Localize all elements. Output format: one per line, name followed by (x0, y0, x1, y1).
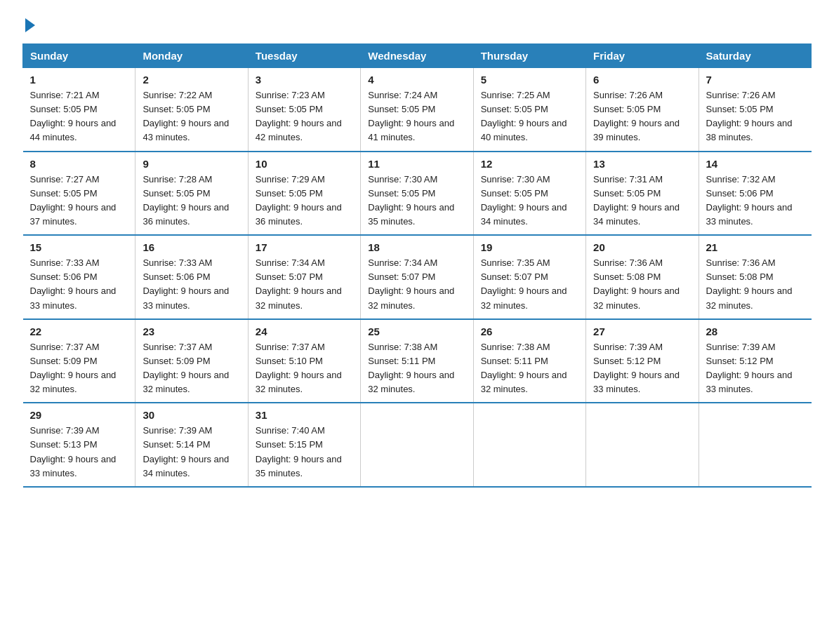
weekday-header-thursday: Thursday (473, 44, 585, 68)
calendar-cell (473, 403, 585, 487)
day-info: Sunrise: 7:36 AMSunset: 5:08 PMDaylight:… (593, 256, 691, 313)
day-info: Sunrise: 7:39 AMSunset: 5:12 PMDaylight:… (706, 340, 805, 397)
day-number: 28 (706, 326, 805, 337)
day-number: 27 (593, 326, 691, 337)
day-info: Sunrise: 7:27 AMSunset: 5:05 PMDaylight:… (30, 173, 128, 229)
calendar-week-row: 29Sunrise: 7:39 AMSunset: 5:13 PMDayligh… (23, 403, 812, 487)
weekday-header-saturday: Saturday (699, 44, 811, 68)
day-number: 15 (30, 241, 128, 253)
calendar-cell: 12Sunrise: 7:30 AMSunset: 5:05 PMDayligh… (473, 152, 585, 236)
calendar-cell: 21Sunrise: 7:36 AMSunset: 5:08 PMDayligh… (699, 235, 811, 319)
day-info: Sunrise: 7:39 AMSunset: 5:14 PMDaylight:… (143, 424, 240, 481)
day-number: 18 (368, 241, 465, 253)
calendar-cell: 10Sunrise: 7:29 AMSunset: 5:05 PMDayligh… (248, 152, 360, 236)
day-number: 5 (481, 74, 578, 86)
day-number: 6 (593, 74, 691, 86)
logo-arrow-icon (25, 18, 35, 32)
day-number: 10 (256, 158, 353, 170)
day-info: Sunrise: 7:38 AMSunset: 5:11 PMDaylight:… (368, 340, 465, 397)
day-number: 1 (30, 74, 128, 86)
day-number: 12 (481, 158, 578, 170)
calendar-cell: 17Sunrise: 7:34 AMSunset: 5:07 PMDayligh… (248, 235, 360, 319)
day-info: Sunrise: 7:29 AMSunset: 5:05 PMDaylight:… (256, 173, 353, 229)
calendar-cell: 22Sunrise: 7:37 AMSunset: 5:09 PMDayligh… (23, 319, 135, 403)
calendar-cell: 9Sunrise: 7:28 AMSunset: 5:05 PMDaylight… (135, 152, 248, 236)
day-info: Sunrise: 7:26 AMSunset: 5:05 PMDaylight:… (593, 88, 691, 145)
day-number: 26 (481, 326, 578, 337)
day-info: Sunrise: 7:25 AMSunset: 5:05 PMDaylight:… (481, 88, 578, 145)
day-info: Sunrise: 7:35 AMSunset: 5:07 PMDaylight:… (481, 256, 578, 313)
day-info: Sunrise: 7:33 AMSunset: 5:06 PMDaylight:… (143, 256, 240, 313)
calendar-cell: 2Sunrise: 7:22 AMSunset: 5:05 PMDaylight… (135, 68, 248, 152)
calendar-cell (586, 403, 699, 487)
day-info: Sunrise: 7:36 AMSunset: 5:08 PMDaylight:… (706, 256, 805, 313)
calendar-cell: 26Sunrise: 7:38 AMSunset: 5:11 PMDayligh… (473, 319, 585, 403)
day-info: Sunrise: 7:32 AMSunset: 5:06 PMDaylight:… (706, 173, 805, 229)
day-info: Sunrise: 7:21 AMSunset: 5:05 PMDaylight:… (30, 88, 128, 145)
day-number: 11 (368, 158, 465, 170)
day-number: 7 (706, 74, 805, 86)
calendar-cell: 4Sunrise: 7:24 AMSunset: 5:05 PMDaylight… (361, 68, 473, 152)
day-info: Sunrise: 7:37 AMSunset: 5:09 PMDaylight:… (30, 340, 128, 397)
calendar-cell: 7Sunrise: 7:26 AMSunset: 5:05 PMDaylight… (699, 68, 811, 152)
day-info: Sunrise: 7:24 AMSunset: 5:05 PMDaylight:… (368, 88, 465, 145)
day-info: Sunrise: 7:40 AMSunset: 5:15 PMDaylight:… (256, 424, 353, 481)
day-info: Sunrise: 7:37 AMSunset: 5:10 PMDaylight:… (256, 340, 353, 397)
day-info: Sunrise: 7:23 AMSunset: 5:05 PMDaylight:… (256, 88, 353, 145)
weekday-header-sunday: Sunday (23, 44, 135, 68)
day-number: 20 (593, 241, 691, 253)
weekday-header-friday: Friday (586, 44, 699, 68)
logo (22, 17, 35, 29)
calendar-cell (699, 403, 811, 487)
calendar-cell: 28Sunrise: 7:39 AMSunset: 5:12 PMDayligh… (699, 319, 811, 403)
day-number: 3 (256, 74, 353, 86)
day-info: Sunrise: 7:34 AMSunset: 5:07 PMDaylight:… (256, 256, 353, 313)
day-number: 13 (593, 158, 691, 170)
day-info: Sunrise: 7:34 AMSunset: 5:07 PMDaylight:… (368, 256, 465, 313)
day-number: 14 (706, 158, 805, 170)
day-number: 29 (30, 409, 128, 421)
day-info: Sunrise: 7:39 AMSunset: 5:12 PMDaylight:… (593, 340, 691, 397)
day-number: 23 (143, 326, 240, 337)
day-number: 8 (30, 158, 128, 170)
page-header (22, 17, 812, 29)
day-info: Sunrise: 7:28 AMSunset: 5:05 PMDaylight:… (143, 173, 240, 229)
weekday-header-tuesday: Tuesday (248, 44, 360, 68)
calendar-cell: 30Sunrise: 7:39 AMSunset: 5:14 PMDayligh… (135, 403, 248, 487)
calendar-cell (361, 403, 473, 487)
calendar-cell: 15Sunrise: 7:33 AMSunset: 5:06 PMDayligh… (23, 235, 135, 319)
day-info: Sunrise: 7:22 AMSunset: 5:05 PMDaylight:… (143, 88, 240, 145)
day-number: 2 (143, 74, 240, 86)
calendar-cell: 23Sunrise: 7:37 AMSunset: 5:09 PMDayligh… (135, 319, 248, 403)
day-info: Sunrise: 7:30 AMSunset: 5:05 PMDaylight:… (368, 173, 465, 229)
day-number: 19 (481, 241, 578, 253)
calendar-cell: 29Sunrise: 7:39 AMSunset: 5:13 PMDayligh… (23, 403, 135, 487)
day-info: Sunrise: 7:31 AMSunset: 5:05 PMDaylight:… (593, 173, 691, 229)
calendar-cell: 31Sunrise: 7:40 AMSunset: 5:15 PMDayligh… (248, 403, 360, 487)
calendar-week-row: 1Sunrise: 7:21 AMSunset: 5:05 PMDaylight… (23, 68, 812, 152)
calendar-week-row: 22Sunrise: 7:37 AMSunset: 5:09 PMDayligh… (23, 319, 812, 403)
day-info: Sunrise: 7:33 AMSunset: 5:06 PMDaylight:… (30, 256, 128, 313)
calendar-cell: 24Sunrise: 7:37 AMSunset: 5:10 PMDayligh… (248, 319, 360, 403)
calendar-cell: 11Sunrise: 7:30 AMSunset: 5:05 PMDayligh… (361, 152, 473, 236)
day-info: Sunrise: 7:39 AMSunset: 5:13 PMDaylight:… (30, 424, 128, 481)
calendar-cell: 3Sunrise: 7:23 AMSunset: 5:05 PMDaylight… (248, 68, 360, 152)
day-number: 24 (256, 326, 353, 337)
day-number: 9 (143, 158, 240, 170)
day-number: 4 (368, 74, 465, 86)
calendar-week-row: 8Sunrise: 7:27 AMSunset: 5:05 PMDaylight… (23, 152, 812, 236)
day-number: 31 (256, 409, 353, 421)
day-number: 21 (706, 241, 805, 253)
calendar-cell: 1Sunrise: 7:21 AMSunset: 5:05 PMDaylight… (23, 68, 135, 152)
day-number: 22 (30, 326, 128, 337)
weekday-header-row: SundayMondayTuesdayWednesdayThursdayFrid… (23, 44, 812, 68)
day-info: Sunrise: 7:30 AMSunset: 5:05 PMDaylight:… (481, 173, 578, 229)
calendar-cell: 6Sunrise: 7:26 AMSunset: 5:05 PMDaylight… (586, 68, 699, 152)
calendar-cell: 27Sunrise: 7:39 AMSunset: 5:12 PMDayligh… (586, 319, 699, 403)
calendar-cell: 18Sunrise: 7:34 AMSunset: 5:07 PMDayligh… (361, 235, 473, 319)
weekday-header-wednesday: Wednesday (361, 44, 473, 68)
day-number: 25 (368, 326, 465, 337)
day-info: Sunrise: 7:38 AMSunset: 5:11 PMDaylight:… (481, 340, 578, 397)
calendar-cell: 13Sunrise: 7:31 AMSunset: 5:05 PMDayligh… (586, 152, 699, 236)
weekday-header-monday: Monday (135, 44, 248, 68)
